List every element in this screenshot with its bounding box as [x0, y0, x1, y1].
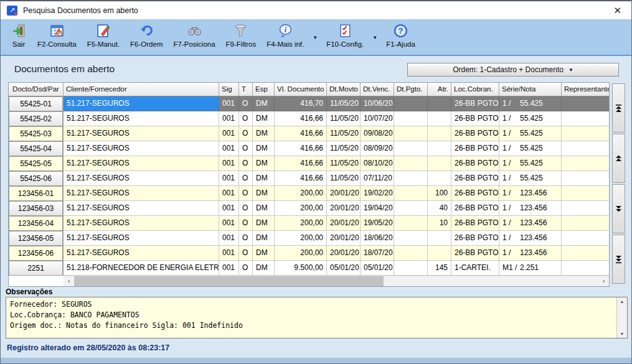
table-cell: 001 [219, 96, 239, 111]
f2-consulta-button[interactable]: F2-Consulta [37, 22, 77, 48]
f1-ajuda-button[interactable]: ? F1-Ajuda [386, 22, 415, 48]
config-dropdown-arrow[interactable]: ▼ [372, 35, 377, 40]
column-header[interactable]: Dt.Movto [327, 83, 361, 96]
table-cell [394, 216, 428, 231]
exit-button[interactable]: Sair [11, 22, 27, 48]
row-header-button[interactable]: 55425-05 [9, 156, 64, 171]
column-header[interactable]: Sig [219, 83, 239, 96]
column-header[interactable]: Dt.Venc. [361, 83, 394, 96]
table-cell [562, 111, 609, 126]
table-cell: 26-BB PGTO [451, 126, 499, 141]
table-cell: 200,00 [275, 231, 327, 246]
row-header-button[interactable]: 55425-03 [9, 126, 64, 141]
table-row[interactable]: 55425-0251.217-SEGUROS001ODM416,6611/05/… [9, 111, 609, 126]
table-cell: 001 [219, 261, 239, 276]
table-cell: 26-BB PGTO [451, 141, 499, 156]
scroll-down-arrow[interactable]: ▼ [620, 330, 625, 338]
table-row[interactable]: 123456-0151.217-SEGUROS001ODM200,0020/01… [9, 186, 609, 201]
row-header-button[interactable]: 2251 [9, 261, 64, 276]
row-header-button[interactable]: 55425-02 [9, 111, 64, 126]
toolbar-label: F2-Consulta [37, 40, 77, 48]
row-header-button[interactable]: 123456-05 [9, 231, 64, 246]
window: ↗ Pesquisa Documentos em aberto ✕ Sair [0, 0, 632, 364]
table-cell: 51.218-FORNECEDOR DE ENERGIA ELETRICA [64, 261, 219, 276]
last-record-icon [615, 255, 623, 264]
mais-inf-dropdown-arrow[interactable]: ▼ [313, 35, 318, 40]
table-row[interactable]: 225151.218-FORNECEDOR DE ENERGIA ELETRIC… [9, 261, 609, 276]
page-down-button[interactable] [612, 184, 625, 233]
table-cell: 416,66 [275, 126, 327, 141]
table-cell: 26-BB PGTO [451, 96, 499, 111]
column-header[interactable]: Atr. [428, 83, 451, 96]
row-header-button[interactable]: 55425-04 [9, 141, 64, 156]
row-header-button[interactable]: 123456-06 [9, 246, 64, 261]
horizontal-scrollbar-track[interactable] [384, 276, 598, 286]
f9-filtros-button[interactable]: F9-Filtros [226, 22, 257, 48]
column-header[interactable]: Série/Nota [499, 83, 562, 96]
row-header-button[interactable]: 123456-01 [9, 186, 64, 201]
column-header[interactable]: T [239, 83, 253, 96]
table-cell: 11/05/20 [327, 96, 361, 111]
table-cell: 11/05/20 [327, 156, 361, 171]
double-down-icon [615, 205, 623, 213]
window-title: Pesquisa Documentos em aberto [23, 6, 138, 15]
f7-posiciona-button[interactable]: F7-Posiciona [173, 22, 215, 48]
row-header-button[interactable]: 55425-01 [9, 96, 64, 111]
table-cell [428, 111, 451, 126]
undo-arrow-icon [138, 22, 154, 39]
funnel-icon [233, 22, 249, 39]
table-row[interactable]: 55425-0551.217-SEGUROS001ODM416,6611/05/… [9, 156, 609, 171]
observations-box[interactable]: Fornecedor: SEGUROS Loc.Cobrança: BANCO … [6, 297, 628, 338]
row-header-button[interactable]: 123456-04 [9, 216, 64, 231]
column-header[interactable]: Cliente/Fornecedor [64, 83, 219, 96]
table-row[interactable]: 55425-0651.217-SEGUROS001ODM416,6611/05/… [9, 171, 609, 186]
binoculars-icon [186, 22, 202, 39]
column-header[interactable]: Representante [562, 83, 609, 96]
order-dropdown-button[interactable]: Ordem: 1-Cadastro + Documento ▼ [407, 63, 619, 77]
toolbar-label: Sair [12, 40, 25, 48]
f5-manut-button[interactable]: F5-Manut. [87, 22, 120, 48]
go-first-button[interactable] [612, 83, 625, 133]
scroll-right-arrow[interactable]: › [598, 276, 609, 286]
table-cell: O [239, 156, 253, 171]
table-cell: O [239, 216, 253, 231]
column-header[interactable]: Dt.Pgto. [394, 83, 428, 96]
table-cell [394, 111, 428, 126]
f4-mais-inf-button[interactable]: i F4-Mais inf. [266, 22, 304, 48]
table-cell: O [239, 141, 253, 156]
column-header[interactable]: Loc.Cobran. [451, 83, 499, 96]
horizontal-scrollbar[interactable]: ‹ › [64, 276, 609, 286]
table-cell: DM [253, 156, 275, 171]
horizontal-scrollbar-thumb[interactable] [74, 276, 384, 286]
scroll-left-arrow[interactable]: ‹ [64, 276, 74, 286]
column-header[interactable]: Esp [253, 83, 275, 96]
row-header-button[interactable]: 55425-06 [9, 171, 64, 186]
f10-config-button[interactable]: F10-Config. [326, 22, 364, 48]
row-header-button[interactable]: 123456-03 [9, 201, 64, 216]
table-cell: DM [253, 201, 275, 216]
column-header[interactable]: Docto/Dsd/Par [9, 83, 64, 96]
table-cell: DM [253, 126, 275, 141]
table-row[interactable]: 55425-0351.217-SEGUROS001ODM416,6611/05/… [9, 126, 609, 141]
table-row[interactable]: 123456-0351.217-SEGUROS001ODM200,0020/01… [9, 201, 609, 216]
table-row[interactable]: 55425-0151.217-SEGUROS001ODM416,7011/05/… [9, 96, 609, 111]
close-button[interactable]: ✕ [610, 5, 625, 16]
observations-scrollbar[interactable]: ▲ ▼ [616, 297, 627, 338]
scroll-up-arrow[interactable]: ▲ [620, 297, 625, 306]
go-last-button[interactable] [612, 235, 625, 284]
table-cell [394, 201, 428, 216]
table-row[interactable]: 123456-0551.217-SEGUROS001ODM200,0020/01… [9, 231, 609, 246]
table-cell: DM [253, 111, 275, 126]
table-cell: 10/06/20 [361, 96, 394, 111]
table-row[interactable]: 55425-0451.217-SEGUROS001ODM416,6611/05/… [9, 141, 609, 156]
table-row[interactable]: 123456-0651.217-SEGUROS001ODM200,0020/01… [9, 246, 609, 261]
page-up-button[interactable] [612, 134, 625, 183]
table-cell: 20/01/20 [327, 201, 361, 216]
table-cell: 07/11/20 [361, 171, 394, 186]
serie-nota-cell: 1 /55.425 [499, 111, 562, 126]
table-row[interactable]: 123456-0451.217-SEGUROS001ODM200,0020/01… [9, 216, 609, 231]
f6-ordem-button[interactable]: F6-Ordem [130, 22, 163, 48]
column-header[interactable]: Vl. Documento [275, 83, 327, 96]
serie-nota-cell: M1 /2.251 [499, 261, 562, 276]
table-cell: O [239, 111, 253, 126]
